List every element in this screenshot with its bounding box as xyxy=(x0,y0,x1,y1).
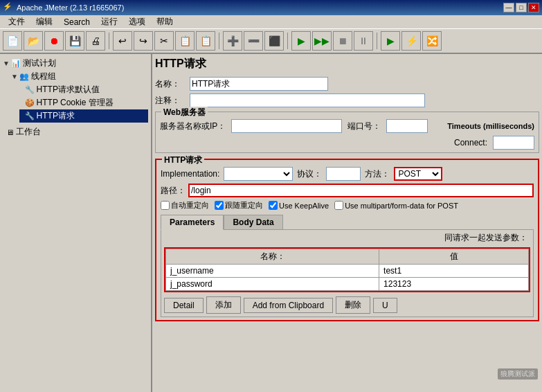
params-table: 名称： 值 j_username test1 j_passw xyxy=(165,249,529,291)
multipart-checkbox[interactable] xyxy=(334,201,343,210)
menu-options[interactable]: 选项 xyxy=(123,15,151,29)
col-value-header: 值 xyxy=(379,249,529,265)
toolbar-expand[interactable]: ➕ xyxy=(223,31,242,51)
minimize-btn[interactable]: — xyxy=(503,3,514,12)
keepalive-label: Use KeepAlive xyxy=(279,202,329,210)
tree-label-cookie-manager: HTTP Cookie 管理器 xyxy=(37,97,114,109)
menu-help[interactable]: 帮助 xyxy=(151,15,179,29)
toolbar-remote-start[interactable]: ▶ xyxy=(381,31,400,51)
tabs-bar: Parameters Body Data xyxy=(161,215,534,230)
impl-label: Implementation: xyxy=(161,169,219,179)
webserver-group-title: Web服务器 xyxy=(161,107,208,118)
comment-label: 注释： xyxy=(155,95,190,107)
name-row: 名称： xyxy=(155,77,539,91)
tree-label-http-request: HTTP请求 xyxy=(37,110,75,122)
toolbar-copy[interactable]: 📋 xyxy=(175,31,195,51)
toolbar-remote-exit[interactable]: 🔀 xyxy=(422,31,442,51)
thread-group-icon: 👥 xyxy=(19,72,29,81)
tree-cookie-manager[interactable]: 🍪 HTTP Cookie 管理器 xyxy=(19,96,148,109)
table-row: j_password 123123 xyxy=(166,278,529,291)
implementation-row: Implementation: 协议： 方法： POST GET xyxy=(161,167,534,181)
comment-input[interactable] xyxy=(190,93,425,107)
toolbar-paste[interactable]: 📋 xyxy=(196,31,215,51)
toolbar-sep2 xyxy=(219,33,219,49)
watermark: 狼腾测试派 xyxy=(498,368,538,380)
keepalive-checkbox[interactable] xyxy=(269,201,278,210)
connect-input[interactable] xyxy=(493,136,534,150)
tree-label-http-defaults: HTTP请求默认值 xyxy=(37,84,100,96)
auto-redirect-checkbox[interactable] xyxy=(161,201,170,210)
follow-redirect-checkbox[interactable] xyxy=(215,201,224,210)
up-button[interactable]: U xyxy=(373,298,397,313)
toolbar-toggle[interactable]: ⬛ xyxy=(264,31,284,51)
toolbar-save[interactable]: 💾 xyxy=(65,31,84,51)
param-name-1[interactable]: j_username xyxy=(166,265,379,278)
toolbar-collapse[interactable]: ➖ xyxy=(244,31,263,51)
http-defaults-icon: 🔧 xyxy=(25,85,35,94)
checkbox-follow-redirect[interactable]: 跟随重定向 xyxy=(215,200,263,211)
param-value-1[interactable]: test1 xyxy=(379,265,529,278)
params-table-wrapper: 名称： 值 j_username test1 j_passw xyxy=(164,247,530,292)
expand-icon-thread: ▼ xyxy=(11,73,18,80)
toolbar-open[interactable]: 📂 xyxy=(24,31,43,51)
toolbar-new[interactable]: 📄 xyxy=(3,31,22,51)
auto-redirect-label: 自动重定向 xyxy=(171,200,209,211)
port-label: 端口号： xyxy=(347,121,381,132)
maximize-btn[interactable]: □ xyxy=(516,3,527,12)
impl-select[interactable] xyxy=(224,167,293,181)
param-value-2[interactable]: 123123 xyxy=(379,278,529,291)
add-button[interactable]: 添加 xyxy=(206,296,241,314)
params-panel: 同请求一起发送参数： 名称： 值 j_userna xyxy=(161,229,534,317)
main-layout: ▼ 📊 测试计划 ▼ 👥 线程组 🔧 HTTP请求默认值 🍪 HTTP Cook… xyxy=(0,54,542,392)
protocol-label: 协议： xyxy=(297,168,322,180)
menu-edit[interactable]: 编辑 xyxy=(30,15,58,29)
port-input[interactable] xyxy=(386,119,428,133)
multipart-label: Use multipart/form-data for POST xyxy=(345,202,458,210)
toolbar-start[interactable]: ▶ xyxy=(291,31,311,51)
toolbar-print[interactable]: 🖨 xyxy=(86,31,105,51)
toolbar-shutdown[interactable]: ⏸ xyxy=(354,31,373,51)
timeout-row: Connect: xyxy=(160,136,534,150)
comment-row: 注释： xyxy=(155,93,539,107)
app-icon: ⚡ xyxy=(3,2,14,13)
checkbox-auto-redirect[interactable]: 自动重定向 xyxy=(161,200,209,211)
protocol-input[interactable] xyxy=(326,167,361,181)
server-input[interactable] xyxy=(231,119,342,133)
tree-http-defaults[interactable]: 🔧 HTTP请求默认值 xyxy=(19,83,148,96)
toolbar-stop[interactable]: ⏹ xyxy=(333,31,352,51)
close-btn[interactable]: ✕ xyxy=(528,3,539,12)
http-request-group-title: HTTP请求 xyxy=(162,154,204,166)
cookie-manager-icon: 🍪 xyxy=(25,98,35,107)
toolbar-remote-stop[interactable]: ⚡ xyxy=(401,31,421,51)
tab-body-data[interactable]: Body Data xyxy=(224,215,282,230)
tree-thread-group[interactable]: ▼ 👥 线程组 xyxy=(11,70,148,83)
add-clipboard-button[interactable]: Add from Clipboard xyxy=(244,298,333,313)
toolbar-record[interactable]: ⏺ xyxy=(44,31,64,51)
http-request-icon: 🔧 xyxy=(25,112,35,121)
menu-search[interactable]: Search xyxy=(58,16,96,28)
tree-workbench[interactable]: 🖥 工作台 xyxy=(3,125,148,139)
detail-button[interactable]: Detail xyxy=(164,298,204,313)
tab-parameters[interactable]: Parameters xyxy=(161,215,224,230)
follow-redirect-label: 跟随重定向 xyxy=(225,200,263,211)
path-input[interactable] xyxy=(188,184,534,197)
toolbar-redo[interactable]: ↪ xyxy=(134,31,153,51)
toolbar-undo[interactable]: ↩ xyxy=(113,31,132,51)
delete-button[interactable]: 删除 xyxy=(336,296,370,314)
param-name-2[interactable]: j_password xyxy=(166,278,379,291)
tree-panel: ▼ 📊 测试计划 ▼ 👥 线程组 🔧 HTTP请求默认值 🍪 HTTP Cook… xyxy=(0,54,152,392)
tree-test-plan[interactable]: ▼ 📊 测试计划 xyxy=(3,57,148,70)
name-input[interactable] xyxy=(190,77,328,91)
tree-http-request[interactable]: 🔧 HTTP请求 xyxy=(19,109,148,123)
expand-icon-defaults xyxy=(19,86,24,93)
menu-file[interactable]: 文件 xyxy=(3,15,30,29)
timeout-group-label: Timeouts (milliseconds) xyxy=(447,122,534,130)
method-select[interactable]: POST GET xyxy=(394,167,442,181)
toolbar-start-no-pause[interactable]: ▶▶ xyxy=(312,31,332,51)
checkbox-keepalive[interactable]: Use KeepAlive xyxy=(269,201,329,210)
server-label: 服务器名称或IP： xyxy=(160,121,226,132)
menu-run[interactable]: 运行 xyxy=(96,15,123,29)
checkboxes-row: 自动重定向 跟随重定向 Use KeepAlive Use multipart/… xyxy=(161,200,534,211)
checkbox-multipart[interactable]: Use multipart/form-data for POST xyxy=(334,201,458,210)
toolbar-cut[interactable]: ✂ xyxy=(154,31,174,51)
